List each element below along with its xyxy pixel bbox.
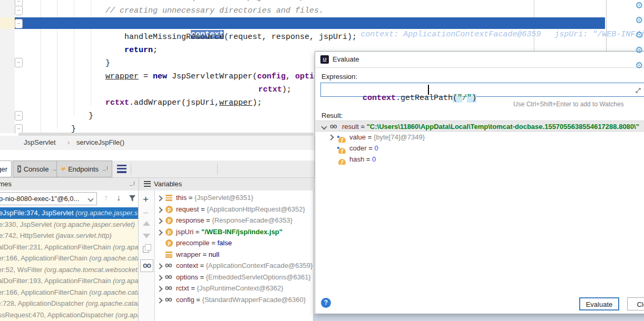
frame-row[interactable]: service:742, HttpServlet (javax.servlet.… <box>0 230 138 242</box>
pin-icon[interactable]: → <box>128 182 134 187</box>
add-watch-icon[interactable]: + <box>143 194 149 205</box>
tab-console[interactable]: ❯ Console → <box>13 160 57 177</box>
watch-icon: oo <box>330 121 337 132</box>
frame-row[interactable]: doFilter:52, WsFilter (org.apache.tomcat… <box>0 264 138 276</box>
tab-debugger-label: Debugger <box>0 165 7 173</box>
result-row[interactable]: f hash = 0 <box>316 154 644 165</box>
tab-console-label: Console <box>24 165 49 173</box>
variables-panel-header: Variables <box>139 178 314 191</box>
result-row[interactable]: f value = {byte[74]@7349} <box>316 132 644 143</box>
breadcrumb-class[interactable]: JspServlet <box>24 138 56 146</box>
tab-debugger[interactable]: Debugger <box>0 160 12 177</box>
frame-down-icon[interactable]: ↓ <box>116 193 121 203</box>
text-caret <box>428 85 429 95</box>
parameter-icon: p <box>165 206 173 213</box>
watch-icon: oo <box>165 283 172 294</box>
field-icon: f <box>338 159 346 165</box>
variable-row[interactable]: ooconfig = {StandardWrapperFacade@6360} <box>155 294 313 306</box>
thread-selector-value: "http-nio-8080-exec-1"@6,0... <box>0 195 79 203</box>
frame-row[interactable]: doFilter:166, ApplicationFilterChain (or… <box>0 253 138 264</box>
parameter-icon: p <box>165 217 173 224</box>
dialog-titlebar[interactable]: IJ Evaluate <box>315 52 644 68</box>
fold-marker[interactable]: – <box>15 19 23 28</box>
punct: ; <box>153 46 158 55</box>
variable-row[interactable]: prequest = {ApplicationHttpRequest@6352} <box>155 204 313 215</box>
expr-paren: ( <box>453 94 457 103</box>
breadcrumb-separator: › <box>67 138 70 146</box>
help-icon[interactable]: ? <box>321 298 331 308</box>
watch-icon: oo <box>165 260 172 272</box>
pin-icon[interactable]: → <box>101 166 108 172</box>
code-line-brace: } <box>71 123 76 133</box>
kw-return: return <box>124 46 153 55</box>
variable-row[interactable]: oocontext = {ApplicationContextFacade@63… <box>155 260 313 272</box>
view-options-icon[interactable] <box>117 165 126 173</box>
code-line-if: if (null == context.getResource(jspUri))… <box>105 17 644 29</box>
background-strip <box>314 314 644 321</box>
gear-icon: ⚙ <box>635 60 643 71</box>
frame-row[interactable]: serviceJspFile:374, JspServlet (org.apac… <box>0 207 138 219</box>
result-row[interactable]: f coder = 0 <box>316 143 644 154</box>
frame-row[interactable]: invoke:728, ApplicationDispatcher (org.a… <box>0 298 138 309</box>
app-logo-icon: IJ <box>320 55 329 64</box>
move-up-icon[interactable] <box>143 221 150 226</box>
value-icon <box>165 252 172 258</box>
frame-row[interactable]: service:330, JspServlet (org.apache.jasp… <box>0 219 138 230</box>
variable-row[interactable]: wrapper = null <box>155 249 313 260</box>
variables-menu-icon[interactable] <box>144 181 151 187</box>
frame-row[interactable]: processRequest:470, ApplicationDispatche… <box>0 309 138 321</box>
ide-window: // Check if the requested JSP page exist… <box>0 0 644 321</box>
chevron-right-icon[interactable] <box>328 134 334 140</box>
expr-quote: " <box>457 94 462 103</box>
frame-row[interactable]: doFilter:166, ApplicationFilterChain (or… <box>0 287 138 298</box>
frame-row[interactable]: internalDoFilter:231, ApplicationFilterC… <box>0 242 138 253</box>
expr-quote: " <box>467 94 472 103</box>
variable-row[interactable]: this = {JspServlet@6351} <box>155 192 313 204</box>
variable-row[interactable]: presponse = {ResponseFacade@6353} <box>155 215 313 226</box>
frame-row[interactable]: internalDoFilter:193, ApplicationFilterC… <box>0 275 138 287</box>
close-button[interactable]: Close <box>627 297 644 310</box>
result-row[interactable]: oo result = "C:\Users\11860\AppData\Loca… <box>316 121 644 132</box>
code-line-partial: // Check if the requested JSP page exist… <box>105 0 347 4</box>
toolbar-divider <box>217 164 218 175</box>
code-line-return: return; <box>124 44 158 57</box>
tab-endpoints-label: Endpoints <box>68 165 99 173</box>
result-label: Result: <box>321 112 343 119</box>
remove-watch-icon[interactable]: − <box>143 207 149 219</box>
move-down-icon[interactable] <box>143 234 150 238</box>
expr-paren: ) <box>472 94 476 103</box>
tab-endpoints[interactable]: Endpoints → <box>56 160 112 177</box>
expr-method: .getRealPath <box>396 94 453 103</box>
field-icon: f <box>338 148 346 154</box>
fold-marker[interactable]: – <box>15 6 23 15</box>
inline-debug-hint-jspuri: jspUri: "/WEB-INF/jsp/index.jsp" <box>554 30 644 39</box>
evaluate-dialog: IJ Evaluate Expression: context.getRealP… <box>315 51 644 314</box>
duplicate-icon[interactable] <box>143 246 149 253</box>
variable-row[interactable]: oorctxt = {JspRuntimeContext@6362} <box>155 283 313 294</box>
evaluate-button[interactable]: Evaluate <box>579 297 619 310</box>
code-line-handle: handleMissingResource(request, response,… <box>124 31 357 44</box>
expression-input[interactable]: context.getRealPath("/") <box>320 83 644 97</box>
code-line-brace: } <box>105 57 110 70</box>
frames-panel-header: Frames → <box>0 178 139 191</box>
fold-marker[interactable]: – <box>15 58 23 67</box>
expand-input-icon[interactable] <box>635 87 641 94</box>
fold-marker[interactable]: – <box>15 124 23 133</box>
variable-row[interactable]: pjspUri = "/WEB-INF/jsp/index.jsp" <box>155 226 313 238</box>
field-config: config <box>257 72 286 81</box>
watches-hint: Use Ctrl+Shift+Enter to add to Watches <box>513 101 624 108</box>
variables-panel: this = {JspServlet@6351} prequest = {App… <box>155 190 314 321</box>
filter-funnel-icon[interactable] <box>128 194 136 203</box>
frame-up-icon[interactable]: ↑ <box>104 193 108 203</box>
watches-toolbar: + − oo <box>139 190 155 321</box>
chevron-down-icon[interactable] <box>321 124 327 129</box>
breadcrumb-method[interactable]: serviceJspFile() <box>76 138 124 146</box>
show-watches-icon[interactable]: oo <box>140 259 153 272</box>
variable-row[interactable]: oooptions = {EmbeddedServletOptions@6361… <box>155 272 313 283</box>
exec-line-gutter-highlight <box>0 17 15 29</box>
thread-selector[interactable]: "http-nio-8080-exec-1"@6,0... <box>0 192 97 205</box>
code-line-brace: } <box>89 109 93 123</box>
field-icon: f <box>338 137 346 143</box>
fold-marker[interactable]: – <box>15 111 23 121</box>
variable-row[interactable]: pprecompile = false <box>155 237 313 249</box>
